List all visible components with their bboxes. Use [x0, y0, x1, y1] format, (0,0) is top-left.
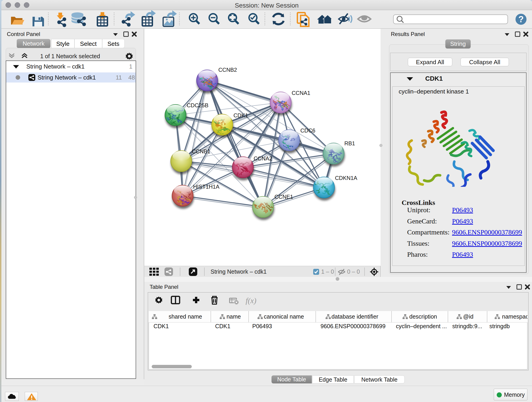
svg-text:@id: @id [463, 313, 474, 320]
svg-text:HIST1H1A: HIST1H1A [193, 184, 220, 190]
svg-text:CCNA2: CCNA2 [254, 155, 272, 162]
svg-text:database identifier: database identifier [331, 313, 378, 320]
svg-text:CDK1: CDK1 [153, 323, 169, 329]
svg-text:CDC25B: CDC25B [187, 102, 209, 108]
svg-text:CDK1: CDK1 [234, 112, 248, 119]
svg-text:f(x): f(x) [246, 296, 256, 305]
svg-text:CDKN1A: CDKN1A [335, 175, 357, 181]
svg-text:namespac: namespac [502, 313, 527, 320]
svg-text:1 – 0: 1 – 0 [321, 268, 334, 275]
svg-text:cyclin–dependent ...: cyclin–dependent ... [396, 323, 447, 329]
svg-text:description: description [409, 313, 437, 320]
svg-text:?: ? [518, 14, 524, 24]
svg-text:P06493: P06493 [252, 323, 272, 329]
svg-text:CCNB1: CCNB1 [192, 148, 210, 154]
svg-text:CCNA1: CCNA1 [292, 90, 310, 96]
svg-text:stringdb:9...: stringdb:9... [452, 323, 482, 329]
svg-text:CDK1: CDK1 [215, 323, 230, 329]
svg-text:RB1: RB1 [344, 140, 355, 147]
svg-text:shared name: shared name [169, 313, 202, 320]
svg-text:CCNB2: CCNB2 [218, 67, 237, 73]
svg-text:CCNE1: CCNE1 [274, 194, 293, 200]
svg-text:canonical name: canonical name [264, 313, 304, 320]
svg-text:CDC6: CDC6 [300, 128, 315, 134]
svg-text:String Network – cdk1: String Network – cdk1 [210, 268, 267, 275]
svg-text:9606.ENSP00000378699: 9606.ENSP00000378699 [321, 323, 386, 329]
svg-text:name: name [227, 313, 241, 320]
svg-text:stringdb: stringdb [489, 323, 510, 329]
svg-text:0 – 0: 0 – 0 [347, 268, 360, 275]
